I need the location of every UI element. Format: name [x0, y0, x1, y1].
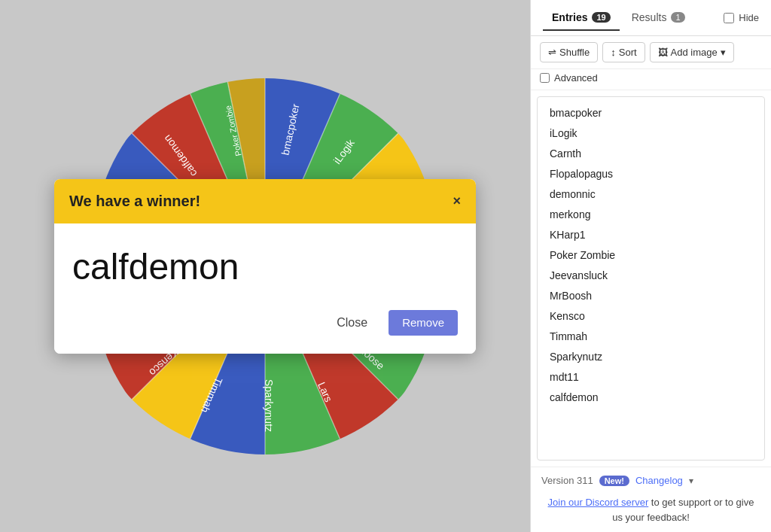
dropdown-arrow-icon: ▾ [721, 47, 726, 58]
sidebar: Entries 19 Results 1 Hide ⇌ Shuffle ↕ So… [530, 0, 771, 532]
add-image-label: Add image [671, 47, 718, 58]
sort-icon: ↕ [611, 47, 616, 58]
list-item: mdt11 [550, 367, 752, 388]
sort-label: Sort [619, 47, 637, 58]
list-item: Jeevansluck [550, 266, 752, 286]
list-item: calfdemon [550, 388, 752, 408]
shuffle-button[interactable]: ⇌ Shuffle [540, 42, 598, 62]
list-item: Timmah [550, 327, 752, 347]
add-image-button[interactable]: 🖼 Add image ▾ [650, 42, 734, 62]
list-item: bmacpoker [550, 103, 752, 123]
list-item: KHarp1 [550, 225, 752, 245]
entries-tab-label: Entries [552, 11, 587, 23]
discord-link[interactable]: Join our Discord server [548, 497, 649, 508]
results-tab-label: Results [632, 11, 667, 23]
advanced-label: Advanced [554, 72, 598, 84]
list-item: MrBoosh [550, 286, 752, 306]
modal-close-button[interactable]: × [453, 194, 461, 208]
advanced-checkbox[interactable] [540, 73, 550, 83]
list-item: Carnth [550, 144, 752, 164]
modal-overlay: We have a winner! × calfdemon Close Remo… [0, 0, 530, 532]
entries-badge: 19 [592, 12, 610, 23]
entries-list[interactable]: bmacpokeriLogikCarnthFlopalopagusdemonni… [537, 96, 765, 461]
shuffle-icon: ⇌ [548, 47, 556, 58]
list-item: Flopalopagus [550, 164, 752, 184]
winner-modal: We have a winner! × calfdemon Close Remo… [54, 179, 476, 354]
sidebar-tabs: Entries 19 Results 1 Hide [531, 0, 771, 36]
modal-title: We have a winner! [69, 193, 200, 210]
list-item: Sparkynutz [550, 347, 752, 367]
modal-actions: Close Remove [72, 310, 458, 336]
sort-button[interactable]: ↕ Sort [602, 42, 645, 62]
shuffle-label: Shuffle [559, 47, 590, 58]
list-item: Poker Zombie [550, 245, 752, 266]
list-item: Kensco [550, 306, 752, 327]
new-badge: New! [599, 476, 629, 486]
list-item: demonnic [550, 184, 752, 205]
discord-section: Join our Discord server to get support o… [541, 495, 760, 524]
list-item: iLogik [550, 123, 752, 144]
sidebar-footer: Version 311 New! Changelog ▾ Join our Di… [531, 467, 771, 532]
modal-body: calfdemon Close Remove [54, 223, 476, 354]
results-badge: 1 [671, 12, 684, 23]
modal-header: We have a winner! × [54, 179, 476, 223]
image-icon: 🖼 [658, 47, 668, 58]
close-button[interactable]: Close [325, 310, 379, 336]
hide-checkbox[interactable] [724, 13, 734, 23]
chevron-down-icon: ▾ [689, 476, 693, 486]
tab-results[interactable]: Results 1 [623, 5, 694, 31]
wheel-area: bmacpoker iLogik jxfan Carnth Flopalopag… [0, 0, 530, 532]
list-item: merkong [550, 205, 752, 225]
toolbar: ⇌ Shuffle ↕ Sort 🖼 Add image ▾ [531, 36, 771, 69]
remove-button[interactable]: Remove [389, 310, 458, 336]
hide-section[interactable]: Hide [724, 12, 759, 23]
tab-entries[interactable]: Entries 19 [543, 5, 620, 31]
changelog-link[interactable]: Changelog [635, 475, 683, 486]
hide-label: Hide [739, 12, 759, 23]
version-row: Version 311 New! Changelog ▾ [541, 475, 760, 486]
version-text: Version 311 [541, 475, 593, 486]
winner-name: calfdemon [72, 246, 458, 287]
advanced-row: Advanced [531, 69, 771, 90]
